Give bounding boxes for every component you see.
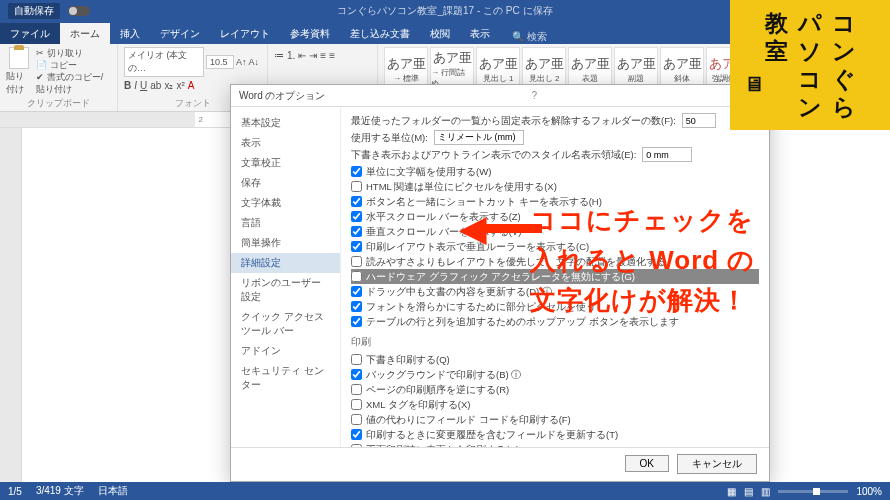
dialog-nav-item[interactable]: 保存	[231, 173, 340, 193]
tab-insert[interactable]: 挿入	[110, 23, 150, 44]
dialog-nav-item[interactable]: 文字体裁	[231, 193, 340, 213]
option-checkbox[interactable]	[351, 429, 362, 440]
document-title: コンぐらパソコン教室_課題17 - この PC に保存	[337, 4, 552, 18]
copy-button[interactable]: 📄 コピー	[36, 59, 111, 71]
dialog-nav-item[interactable]: リボンのユーザー設定	[231, 273, 340, 307]
page-count[interactable]: 1/5	[8, 486, 22, 497]
option-checkbox[interactable]	[351, 301, 362, 312]
cut-button[interactable]: ✂ 切り取り	[36, 47, 111, 59]
font-size-select[interactable]: 10.5	[206, 55, 234, 69]
autosave-toggle[interactable]	[68, 6, 90, 16]
view-print-icon[interactable]: ▤	[744, 486, 753, 497]
font-color-button[interactable]: A	[188, 80, 195, 91]
dialog-nav-item[interactable]: クイック アクセス ツール バー	[231, 307, 340, 341]
sub-button[interactable]: x₂	[164, 80, 173, 91]
bold-button[interactable]: B	[124, 80, 131, 91]
sup-button[interactable]: x²	[176, 80, 184, 91]
search-box[interactable]: 🔍 検索	[512, 30, 547, 44]
vertical-ruler	[0, 128, 22, 482]
option-label: XML タグを印刷する(X)	[366, 397, 470, 412]
dialog-nav-item[interactable]: セキュリティ センター	[231, 361, 340, 395]
draft-width-label: 下書き表示およびアウトライン表示でのスタイル名表示領域(E):	[351, 147, 636, 162]
tab-file[interactable]: ファイル	[0, 23, 60, 44]
section-print: 印刷	[351, 334, 759, 349]
tab-review[interactable]: 校閲	[420, 23, 460, 44]
option-checkbox[interactable]	[351, 384, 362, 395]
option-label: 下書き印刷する(Q)	[366, 352, 450, 367]
option-checkbox[interactable]	[351, 256, 362, 267]
tab-references[interactable]: 参考資料	[280, 23, 340, 44]
option-checkbox[interactable]	[351, 414, 362, 425]
paste-icon	[9, 47, 29, 69]
tab-layout[interactable]: レイアウト	[210, 23, 280, 44]
draft-width-input[interactable]	[642, 147, 692, 162]
option-label: バックグラウンドで印刷する(B) ⓘ	[366, 367, 521, 382]
bullets-icon[interactable]: ≔	[274, 50, 284, 61]
unit-select[interactable]	[434, 130, 524, 145]
statusbar: 1/5 3/419 文字 日本語 ▦ ▤ ▥ 100%	[0, 482, 890, 500]
option-checkbox[interactable]	[351, 399, 362, 410]
dialog-nav: 基本設定表示文章校正保存文字体裁言語簡単操作詳細設定リボンのユーザー設定クイック…	[231, 107, 341, 447]
paste-button[interactable]: 貼り付け	[6, 47, 32, 96]
option-label: ドラッグ中も文書の内容を更新する(D) ⓘ	[366, 284, 552, 299]
option-checkbox[interactable]	[351, 354, 362, 365]
dialog-nav-item[interactable]: 言語	[231, 213, 340, 233]
tab-view[interactable]: 表示	[460, 23, 500, 44]
dialog-nav-item[interactable]: 詳細設定	[231, 253, 340, 273]
dialog-nav-item[interactable]: 基本設定	[231, 113, 340, 133]
annotation-text: ココにチェックを 入れると Word の 文字化けが解決！	[530, 200, 755, 320]
group-clipboard-label: クリップボード	[6, 97, 111, 110]
option-checkbox[interactable]	[351, 181, 362, 192]
option-checkbox[interactable]	[351, 166, 362, 177]
option-checkbox[interactable]	[351, 316, 362, 327]
font-name-select[interactable]: メイリオ (本文の…	[124, 47, 204, 77]
ok-button[interactable]: OK	[625, 455, 669, 472]
recent-folders-input[interactable]	[682, 113, 716, 128]
brand-badge: 教パコ室ソンコぐンら 🖥	[730, 0, 890, 130]
indent-dec-icon[interactable]: ⇤	[298, 50, 306, 61]
tab-mailings[interactable]: 差し込み文書	[340, 23, 420, 44]
option-checkbox[interactable]	[351, 369, 362, 380]
indent-inc-icon[interactable]: ⇥	[309, 50, 317, 61]
zoom-slider[interactable]	[778, 490, 848, 493]
cancel-button[interactable]: キャンセル	[677, 454, 757, 474]
option-label: 印刷するときに変更履歴を含むフィールドを更新する(T)	[366, 427, 618, 442]
format-painter-button[interactable]: ✔ 書式のコピー/貼り付け	[36, 71, 111, 95]
option-label: 単位に文字幅を使用する(W)	[366, 164, 491, 179]
grow-font-icon[interactable]: A↑	[236, 57, 247, 67]
option-checkbox[interactable]	[351, 241, 362, 252]
tab-home[interactable]: ホーム	[60, 23, 110, 44]
option-checkbox[interactable]	[351, 271, 362, 282]
dialog-nav-item[interactable]: 表示	[231, 133, 340, 153]
tab-design[interactable]: デザイン	[150, 23, 210, 44]
option-checkbox[interactable]	[351, 211, 362, 222]
option-checkbox[interactable]	[351, 196, 362, 207]
align-left-icon[interactable]: ≡	[320, 50, 326, 61]
option-label: HTML 関連は単位にピクセルを使用する(X)	[366, 179, 557, 194]
word-count[interactable]: 3/419 文字	[36, 484, 84, 498]
option-checkbox[interactable]	[351, 444, 362, 447]
view-web-icon[interactable]: ▥	[761, 486, 770, 497]
option-label: 値の代わりにフィールド コードを印刷する(F)	[366, 412, 571, 427]
language[interactable]: 日本語	[98, 484, 128, 498]
dialog-nav-item[interactable]: アドイン	[231, 341, 340, 361]
dialog-nav-item[interactable]: 文章校正	[231, 153, 340, 173]
option-label: ページの印刷順序を逆にする(R)	[366, 382, 509, 397]
zoom-level[interactable]: 100%	[856, 486, 882, 497]
dialog-nav-item[interactable]: 簡単操作	[231, 233, 340, 253]
dialog-help-icon[interactable]: ?	[531, 90, 537, 101]
autosave-label: 自動保存	[8, 3, 60, 19]
shrink-font-icon[interactable]: A↓	[249, 57, 260, 67]
option-checkbox[interactable]	[351, 286, 362, 297]
underline-button[interactable]: U	[140, 80, 147, 91]
align-center-icon[interactable]: ≡	[329, 50, 335, 61]
unit-label: 使用する単位(M):	[351, 130, 428, 145]
italic-button[interactable]: I	[134, 80, 137, 91]
option-checkbox[interactable]	[351, 226, 362, 237]
dialog-title: Word のオプション	[239, 89, 326, 103]
view-readmode-icon[interactable]: ▦	[727, 486, 736, 497]
paste-label: 貼り付け	[6, 70, 32, 96]
strike-button[interactable]: ab	[150, 80, 161, 91]
numbering-icon[interactable]: 1.	[287, 50, 295, 61]
monitor-icon: 🖥	[744, 73, 764, 96]
